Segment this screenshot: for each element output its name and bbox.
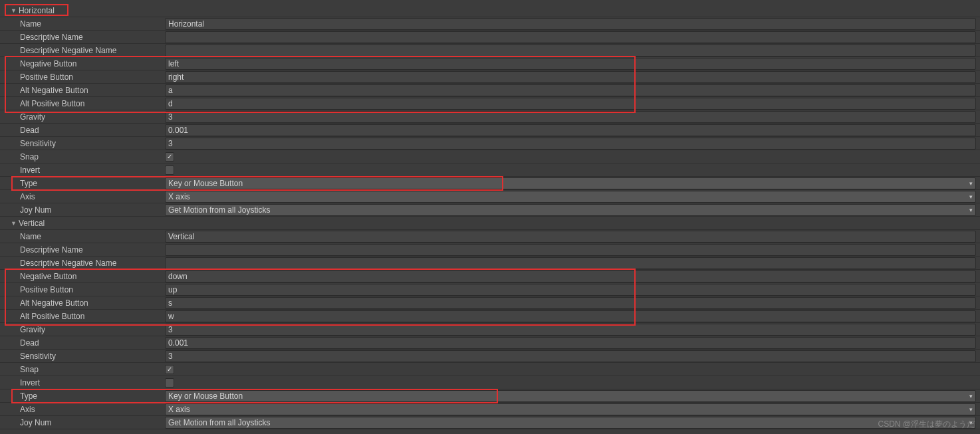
axis-label: Axis	[0, 403, 165, 415]
joy-num-label: Joy Num	[0, 203, 165, 216]
descriptive-name-input[interactable]	[165, 31, 976, 43]
joy-num-dropdown[interactable]: Get Motion from all Joysticks	[165, 204, 976, 216]
alt-negative-button-label: Alt Negative Button	[0, 296, 165, 309]
sensitivity-input[interactable]: 3	[165, 350, 976, 362]
name-label: Name	[0, 230, 165, 243]
negative-button-input[interactable]: left	[165, 58, 976, 70]
axis-header[interactable]: ▼Horizontal	[0, 4, 165, 17]
dead-input[interactable]: 0.001	[165, 124, 976, 136]
descriptive-negative-name-label: Descriptive Negative Name	[0, 44, 165, 56]
dead-input[interactable]: 0.001	[165, 337, 976, 349]
type-label: Type	[0, 389, 165, 402]
sensitivity-label: Sensitivity	[0, 137, 165, 150]
gravity-label: Gravity	[0, 323, 165, 336]
descriptive-negative-name-input[interactable]	[165, 45, 976, 56]
alt-negative-button-input[interactable]: a	[165, 84, 976, 96]
positive-button-label: Positive Button	[0, 283, 165, 296]
axis-header[interactable]: ▼Vertical	[0, 217, 165, 229]
sensitivity-input[interactable]: 3	[165, 138, 976, 150]
axis-label: Axis	[0, 190, 165, 203]
joy-num-dropdown[interactable]: Get Motion from all Joysticks	[165, 417, 976, 429]
type-dropdown[interactable]: Key or Mouse Button	[165, 390, 976, 402]
gravity-input[interactable]: 3	[165, 324, 976, 336]
alt-negative-button-label: Alt Negative Button	[0, 84, 165, 96]
dead-label: Dead	[0, 336, 165, 349]
joy-num-label: Joy Num	[0, 416, 165, 429]
descriptive-name-label: Descriptive Name	[0, 31, 165, 43]
expand-arrow-icon: ▼	[11, 7, 17, 14]
alt-positive-button-input[interactable]: w	[165, 310, 976, 322]
descriptive-name-label: Descriptive Name	[0, 243, 165, 256]
invert-checkbox[interactable]	[165, 378, 174, 387]
axis-header-label: Vertical	[19, 219, 45, 228]
positive-button-input[interactable]: right	[165, 71, 976, 83]
axis-dropdown[interactable]: X axis	[165, 403, 976, 415]
alt-positive-button-input[interactable]: d	[165, 98, 976, 110]
alt-negative-button-input[interactable]: s	[165, 297, 976, 309]
alt-positive-button-label: Alt Positive Button	[0, 97, 165, 110]
positive-button-label: Positive Button	[0, 70, 165, 83]
dead-label: Dead	[0, 124, 165, 136]
descriptive-negative-name-input[interactable]	[165, 257, 976, 269]
name-input[interactable]: Vertical	[165, 231, 976, 243]
expand-arrow-icon: ▼	[11, 220, 17, 227]
snap-checkbox[interactable]: ✓	[165, 152, 174, 162]
snap-label: Snap	[0, 363, 165, 376]
name-input[interactable]: Horizontal	[165, 18, 976, 30]
negative-button-label: Negative Button	[0, 270, 165, 282]
alt-positive-button-label: Alt Positive Button	[0, 310, 165, 322]
descriptive-negative-name-label: Descriptive Negative Name	[0, 257, 165, 269]
negative-button-label: Negative Button	[0, 57, 165, 70]
invert-label: Invert	[0, 163, 165, 176]
gravity-label: Gravity	[0, 110, 165, 123]
gravity-input[interactable]: 3	[165, 111, 976, 123]
axis-header-label: Horizontal	[19, 6, 55, 15]
negative-button-input[interactable]: down	[165, 271, 976, 282]
type-dropdown[interactable]: Key or Mouse Button	[165, 177, 976, 189]
axis-dropdown[interactable]: X axis	[165, 191, 976, 203]
snap-checkbox[interactable]: ✓	[165, 365, 174, 374]
invert-checkbox[interactable]	[165, 165, 174, 175]
sensitivity-label: Sensitivity	[0, 350, 165, 362]
invert-label: Invert	[0, 376, 165, 389]
positive-button-input[interactable]: up	[165, 284, 976, 296]
name-label: Name	[0, 17, 165, 30]
descriptive-name-input[interactable]	[165, 244, 976, 256]
snap-label: Snap	[0, 150, 165, 163]
type-label: Type	[0, 177, 165, 189]
